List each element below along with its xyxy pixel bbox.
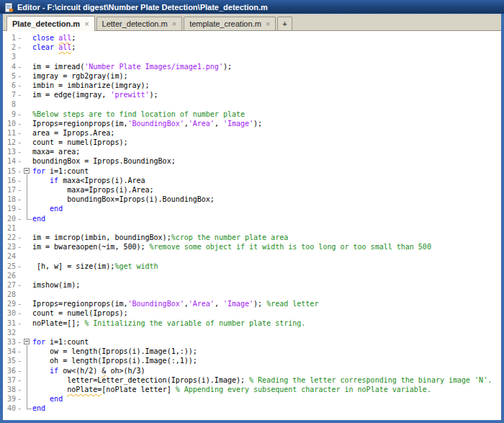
code-line-29[interactable]: 29-Iprops=regionprops(im,'BoundingBox','… xyxy=(3,299,501,308)
line-number[interactable]: 16 xyxy=(3,176,16,185)
breakpoint-dash[interactable]: - xyxy=(16,375,23,385)
breakpoint-dash[interactable]: - xyxy=(16,119,23,128)
code-line-3[interactable]: 3 xyxy=(3,52,501,61)
breakpoint-dash[interactable]: - xyxy=(16,195,23,204)
code-line-9[interactable]: 9-%Below steps are to find location of n… xyxy=(3,110,501,119)
tab-letter-detection[interactable]: Letter_detection.m × xyxy=(96,17,183,30)
line-number[interactable]: 36 xyxy=(3,366,16,375)
line-number[interactable]: 1 xyxy=(3,33,16,43)
close-tab-icon[interactable]: × xyxy=(84,20,89,28)
code-line-34[interactable]: 34- ow = length(Iprops(i).Image(1,:)); xyxy=(3,347,501,356)
breakpoint-dash[interactable]: - xyxy=(16,138,23,147)
code-line-24[interactable]: 24 xyxy=(3,251,501,261)
code-line-17[interactable]: 17- maxa=Iprops(i).Area; xyxy=(3,185,501,195)
code-line-18[interactable]: 18- boundingBox=Iprops(i).BoundingBox; xyxy=(3,195,501,204)
code-line-7[interactable]: 7-im = edge(imgray, 'prewitt'); xyxy=(3,90,501,99)
code-line-22[interactable]: 22-im = imcrop(imbin, boundingBox);%crop… xyxy=(3,233,501,242)
code-line-12[interactable]: 12-count = numel(Iprops); xyxy=(3,138,501,147)
breakpoint-dash[interactable]: - xyxy=(16,204,23,213)
code-line-15[interactable]: 15-for i=1:count xyxy=(3,166,501,176)
breakpoint-dash[interactable]: - xyxy=(16,176,23,185)
line-number[interactable]: 7 xyxy=(3,90,16,99)
breakpoint-dash[interactable] xyxy=(16,223,23,233)
line-number[interactable]: 37 xyxy=(3,375,16,385)
line-number[interactable]: 35 xyxy=(3,356,16,365)
breakpoint-dash[interactable]: - xyxy=(16,347,23,356)
close-tab-icon[interactable]: × xyxy=(266,20,270,28)
breakpoint-dash[interactable]: - xyxy=(16,308,23,318)
line-number[interactable]: 10 xyxy=(3,119,16,128)
line-number[interactable]: 21 xyxy=(3,223,16,233)
line-number[interactable]: 30 xyxy=(3,308,16,318)
line-number[interactable]: 2 xyxy=(3,43,16,52)
line-number[interactable]: 22 xyxy=(3,233,16,242)
line-number[interactable]: 26 xyxy=(3,271,16,280)
line-number[interactable]: 23 xyxy=(3,242,16,251)
line-number[interactable]: 13 xyxy=(3,147,16,156)
breakpoint-dash[interactable] xyxy=(16,290,23,299)
breakpoint-dash[interactable]: - xyxy=(16,214,23,223)
line-number[interactable]: 31 xyxy=(3,319,16,328)
tab-template-creation[interactable]: template_creation.m × xyxy=(184,17,276,30)
breakpoint-dash[interactable]: - xyxy=(16,242,23,251)
line-number[interactable]: 12 xyxy=(3,138,16,147)
breakpoint-dash[interactable]: - xyxy=(16,366,23,375)
title-bar[interactable]: Editor - F:\circuit digest\Number Plate … xyxy=(0,0,504,14)
code-fold-icon[interactable] xyxy=(23,166,32,176)
breakpoint-dash[interactable] xyxy=(16,328,23,337)
code-line-6[interactable]: 6-imbin = imbinarize(imgray); xyxy=(3,81,501,90)
code-fold-icon[interactable] xyxy=(23,337,32,347)
breakpoint-dash[interactable]: - xyxy=(16,262,23,271)
code-line-26[interactable]: 26 xyxy=(3,271,501,280)
code-line-2[interactable]: 2-clear all; xyxy=(3,43,501,52)
code-line-32[interactable]: 32 xyxy=(3,328,501,337)
breakpoint-dash[interactable]: - xyxy=(16,319,23,328)
new-tab-button[interactable]: + xyxy=(277,17,292,30)
code-line-28[interactable]: 28 xyxy=(3,290,501,299)
line-number[interactable]: 4 xyxy=(3,62,16,71)
breakpoint-dash[interactable]: - xyxy=(16,71,23,81)
code-line-30[interactable]: 30-count = numel(Iprops); xyxy=(3,308,501,318)
breakpoint-dash[interactable]: - xyxy=(16,110,23,119)
breakpoint-dash[interactable]: - xyxy=(16,404,23,413)
line-number[interactable]: 25 xyxy=(3,262,16,271)
line-number[interactable]: 15 xyxy=(3,166,16,176)
code-line-13[interactable]: 13-maxa= area; xyxy=(3,147,501,156)
breakpoint-dash[interactable]: - xyxy=(16,185,23,195)
breakpoint-dash[interactable] xyxy=(16,99,23,109)
line-number[interactable]: 5 xyxy=(3,71,16,81)
line-number[interactable]: 11 xyxy=(3,128,16,138)
breakpoint-dash[interactable]: - xyxy=(16,43,23,52)
line-number[interactable]: 34 xyxy=(3,347,16,356)
code-line-20[interactable]: 20-end xyxy=(3,214,501,223)
breakpoint-dash[interactable]: - xyxy=(16,128,23,138)
code-line-1[interactable]: 1-close all; xyxy=(3,33,501,43)
code-line-14[interactable]: 14-boundingBox = Iprops.BoundingBox; xyxy=(3,156,501,166)
code-line-33[interactable]: 33-for i=1:count xyxy=(3,337,501,347)
breakpoint-dash[interactable]: - xyxy=(16,90,23,99)
line-number[interactable]: 24 xyxy=(3,251,16,261)
breakpoint-dash[interactable] xyxy=(16,271,23,280)
line-number[interactable]: 28 xyxy=(3,290,16,299)
code-line-5[interactable]: 5-imgray = rgb2gray(im); xyxy=(3,71,501,81)
breakpoint-dash[interactable]: - xyxy=(16,33,23,43)
line-number[interactable]: 38 xyxy=(3,385,16,394)
breakpoint-dash[interactable]: - xyxy=(16,233,23,242)
line-number[interactable]: 9 xyxy=(3,110,16,119)
code-line-40[interactable]: 40-end xyxy=(3,404,501,413)
line-number[interactable]: 17 xyxy=(3,185,16,195)
breakpoint-dash[interactable]: - xyxy=(16,394,23,404)
code-editor[interactable]: 1-close all;2-clear all;34-im = imread('… xyxy=(3,31,501,420)
breakpoint-dash[interactable]: - xyxy=(16,299,23,308)
breakpoint-dash[interactable]: - xyxy=(16,280,23,290)
breakpoint-dash[interactable]: - xyxy=(16,81,23,90)
code-line-27[interactable]: 27-imshow(im); xyxy=(3,280,501,290)
code-line-37[interactable]: 37- letter=Letter_detection(Iprops(i).Im… xyxy=(3,375,501,385)
line-number[interactable]: 3 xyxy=(3,52,16,61)
line-number[interactable]: 27 xyxy=(3,280,16,290)
code-line-19[interactable]: 19- end xyxy=(3,204,501,213)
code-line-8[interactable]: 8 xyxy=(3,99,501,109)
code-line-36[interactable]: 36- if ow<(h/2) & oh>(h/3) xyxy=(3,366,501,375)
breakpoint-dash[interactable]: - xyxy=(16,156,23,166)
code-line-39[interactable]: 39- end xyxy=(3,394,501,404)
